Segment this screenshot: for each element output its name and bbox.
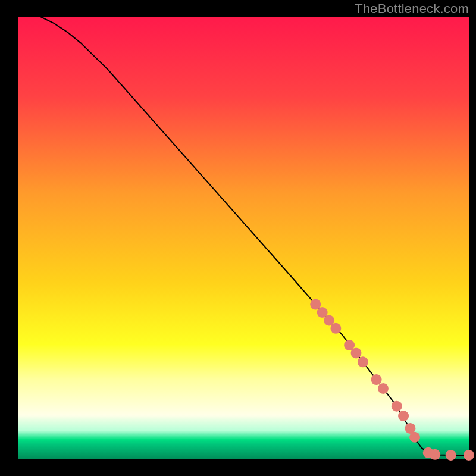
- data-marker: [464, 450, 474, 461]
- data-marker: [330, 323, 341, 334]
- data-marker: [358, 356, 368, 367]
- data-marker: [409, 432, 420, 443]
- data-marker: [430, 449, 440, 460]
- chart-stage: TheBottleneck.com: [0, 0, 476, 476]
- data-marker: [446, 450, 456, 461]
- data-marker: [392, 401, 402, 412]
- data-marker: [371, 374, 382, 385]
- data-marker: [378, 383, 389, 394]
- watermark-text: TheBottleneck.com: [355, 1, 469, 17]
- chart-svg: [0, 0, 476, 476]
- data-marker: [398, 411, 409, 421]
- data-marker: [351, 347, 362, 358]
- plot-background: [18, 17, 469, 459]
